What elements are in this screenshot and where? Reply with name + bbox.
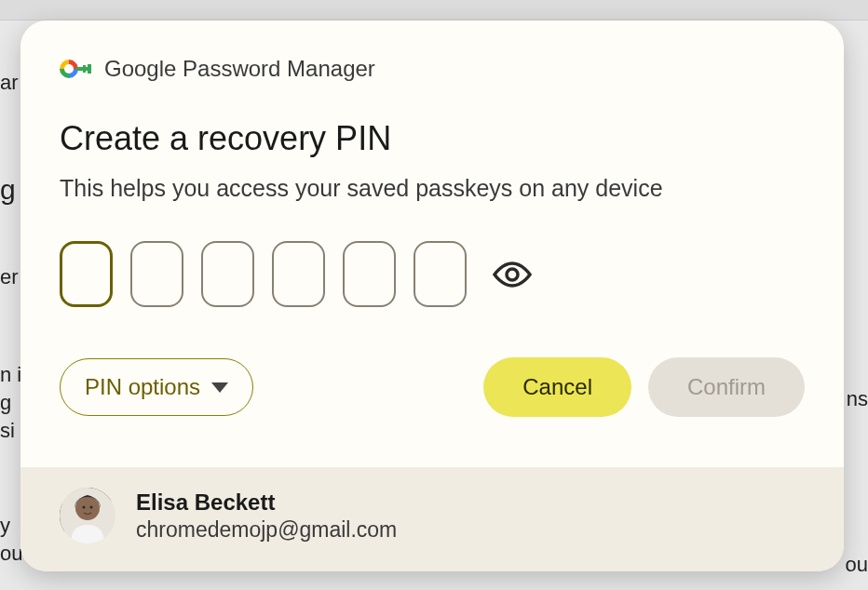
bg-fragment: si xyxy=(0,419,15,443)
cancel-button[interactable]: Cancel xyxy=(483,357,631,417)
google-password-manager-icon xyxy=(60,60,89,78)
pin-digit-2[interactable] xyxy=(130,241,183,307)
background-toolbar xyxy=(0,0,868,20)
bg-fragment: g xyxy=(0,391,11,415)
svg-point-4 xyxy=(90,506,93,509)
chevron-down-icon xyxy=(211,382,228,393)
app-name-label: Google Password Manager xyxy=(104,56,375,82)
dialog-header: Google Password Manager xyxy=(20,20,844,93)
recovery-pin-dialog: Google Password Manager Create a recover… xyxy=(20,20,844,571)
user-avatar xyxy=(60,488,115,543)
user-email-label: chromedemojp@gmail.com xyxy=(136,517,397,543)
dialog-body: Create a recovery PIN This helps you acc… xyxy=(20,93,844,467)
toggle-visibility-icon[interactable] xyxy=(492,261,533,288)
user-name-label: Elisa Beckett xyxy=(136,489,397,516)
pin-digit-5[interactable] xyxy=(343,241,396,307)
bg-fragment: g xyxy=(0,174,16,206)
pin-options-label: PIN options xyxy=(85,374,200,400)
pin-digit-1[interactable] xyxy=(60,241,113,307)
bg-fragment: y xyxy=(0,514,10,538)
dialog-footer: Elisa Beckett chromedemojp@gmail.com xyxy=(20,467,844,571)
actions-row: PIN options Cancel Confirm xyxy=(60,357,805,417)
svg-point-0 xyxy=(507,269,518,280)
bg-fragment: ou xyxy=(0,542,22,566)
user-info: Elisa Beckett chromedemojp@gmail.com xyxy=(136,489,397,543)
bg-fragment: ar xyxy=(0,71,19,95)
pin-digit-6[interactable] xyxy=(414,241,467,307)
confirm-button[interactable]: Confirm xyxy=(648,357,805,417)
bg-fragment: n i xyxy=(0,363,21,387)
pin-options-button[interactable]: PIN options xyxy=(60,358,253,416)
svg-point-3 xyxy=(83,506,86,509)
bg-fragment: ou xyxy=(846,553,868,577)
dialog-title: Create a recovery PIN xyxy=(60,119,805,158)
bg-fragment: ns xyxy=(847,387,868,411)
svg-point-2 xyxy=(75,496,100,520)
pin-digit-3[interactable] xyxy=(201,241,254,307)
dialog-subtitle: This helps you access your saved passkey… xyxy=(60,175,805,202)
bg-fragment: er xyxy=(0,265,19,289)
pin-input-row xyxy=(60,241,805,307)
pin-digit-4[interactable] xyxy=(272,241,325,307)
